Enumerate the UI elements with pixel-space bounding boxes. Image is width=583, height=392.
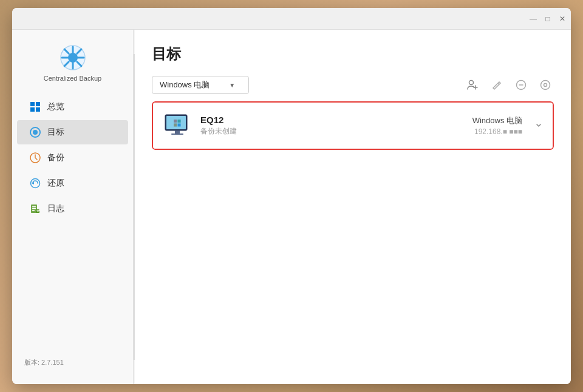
svg-point-1 [68,53,78,63]
backup-icon [29,152,41,164]
device-name: EQ12 [200,115,472,125]
filter-dropdown[interactable]: Windows 电脑 ▼ [152,76,249,94]
restore-label: 还原 [47,178,64,189]
svg-point-24 [469,81,474,85]
device-meta: Windows 电脑 192.168.■ ■■■ [472,115,522,136]
maximize-button[interactable]: □ [544,15,551,22]
svg-point-15 [33,130,38,135]
title-bar: — □ ✕ [12,8,571,30]
svg-rect-41 [174,124,177,127]
svg-point-30 [544,84,547,87]
page-title: 目标 [152,44,554,64]
dropdown-arrow-icon: ▼ [229,82,235,89]
device-ip: 192.168.■ ■■■ [472,127,522,136]
svg-rect-20 [32,206,36,208]
device-status: 备份未创建 [200,126,472,137]
svg-point-29 [541,81,550,90]
restore-icon [29,177,41,189]
device-list: EQ12 备份未创建 Windows 电脑 192.168.■ ■■■ [152,101,554,150]
overview-label: 总览 [47,101,64,112]
expand-icon[interactable] [534,121,543,131]
add-device-button[interactable] [464,76,481,93]
backup-label: 备份 [47,152,64,163]
svg-rect-33 [175,130,180,133]
content-area: 目标 Windows 电脑 ▼ [135,30,571,384]
device-info: EQ12 备份未创建 [200,115,472,137]
app-window: — □ ✕ [12,8,571,384]
svg-rect-13 [36,107,40,112]
svg-rect-22 [32,210,35,211]
dropdown-selected-value: Windows 电脑 [160,79,210,90]
sidebar-item-target[interactable]: 目标 [17,120,128,144]
svg-rect-39 [174,120,177,123]
title-bar-controls: — □ ✕ [530,15,566,22]
svg-rect-34 [171,133,183,135]
svg-rect-11 [36,102,40,106]
overview-icon [29,101,41,113]
sidebar-logo: Centralized Backup [12,39,133,94]
device-type-icon [163,111,192,140]
target-label: 目标 [47,127,64,138]
content-toolbar: Windows 电脑 ▼ [152,76,554,94]
sidebar: Centralized Backup 总览 [12,30,134,384]
svg-rect-40 [178,120,181,123]
table-row[interactable]: EQ12 备份未创建 Windows 电脑 192.168.■ ■■■ [153,103,553,149]
target-icon [29,126,41,138]
toolbar-icons [464,76,554,93]
app-logo-icon [60,44,86,71]
log-label: 日志 [47,203,64,214]
version-label: 版本: 2.7.151 [12,351,133,374]
sidebar-item-log[interactable]: 日志 [17,197,128,221]
sidebar-nav: 总览 目标 [12,94,133,221]
svg-rect-10 [30,102,35,106]
log-icon [29,203,41,215]
close-button[interactable]: ✕ [559,15,566,22]
minimize-button[interactable]: — [530,15,537,22]
app-name-label: Centralized Backup [44,75,101,82]
svg-rect-38 [178,124,181,127]
sidebar-item-restore[interactable]: 还原 [17,171,128,195]
edit-button[interactable] [488,76,505,93]
sidebar-item-overview[interactable]: 总览 [17,95,128,119]
sidebar-item-backup[interactable]: 备份 [17,146,128,170]
delete-button[interactable] [513,76,530,93]
svg-rect-12 [30,107,35,112]
svg-rect-21 [32,208,36,209]
device-os-type: Windows 电脑 [472,115,522,126]
settings-button[interactable] [537,76,554,93]
main-content: Centralized Backup 总览 [12,30,571,384]
